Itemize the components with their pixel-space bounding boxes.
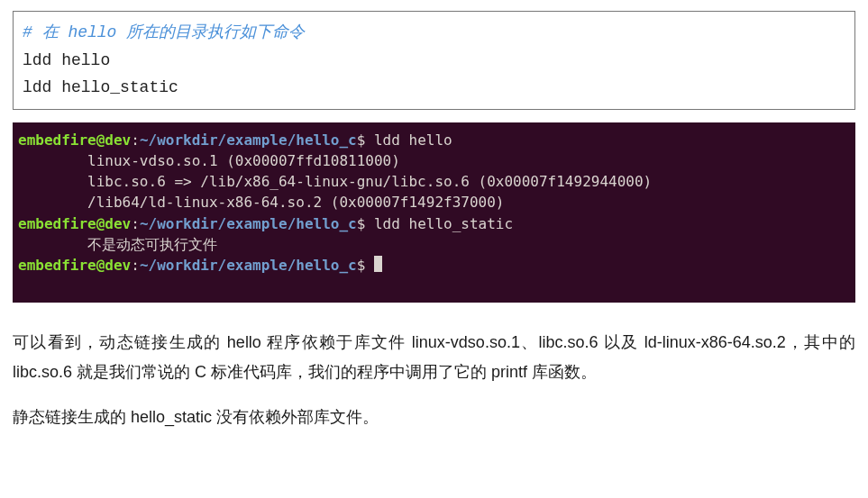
prompt-dollar: $ bbox=[357, 215, 366, 232]
prompt-path: ~/workdir/example/hello_c bbox=[140, 215, 357, 232]
prompt-dollar: $ bbox=[357, 257, 366, 274]
code-comment: # 在 hello 所在的目录执行如下命令 bbox=[23, 23, 305, 41]
prompt-colon: : bbox=[131, 257, 140, 274]
code-line-1: ldd hello bbox=[23, 51, 110, 69]
paragraph-2: 静态链接生成的 hello_static 没有依赖外部库文件。 bbox=[13, 403, 855, 432]
terminal-cmd-2: ldd hello_static bbox=[374, 215, 513, 232]
terminal-output: embedfire@dev:~/workdir/example/hello_c$… bbox=[13, 122, 855, 303]
prompt-path: ~/workdir/example/hello_c bbox=[140, 257, 357, 274]
terminal-out-1: linux-vdso.so.1 (0x00007ffd10811000) bbox=[18, 152, 400, 169]
terminal-out-2: libc.so.6 => /lib/x86_64-linux-gnu/libc.… bbox=[18, 173, 652, 190]
code-line-2: ldd hello_static bbox=[23, 78, 178, 96]
terminal-out-3: /lib64/ld-linux-x86-64.so.2 (0x00007f149… bbox=[18, 194, 504, 211]
prompt-user: embedfire@dev bbox=[18, 215, 131, 232]
terminal-cmd-1: ldd hello bbox=[374, 131, 452, 149]
cursor-icon bbox=[374, 256, 382, 272]
prompt-dollar: $ bbox=[357, 131, 366, 149]
command-box: # 在 hello 所在的目录执行如下命令 ldd hello ldd hell… bbox=[13, 11, 855, 110]
prompt-path: ~/workdir/example/hello_c bbox=[140, 131, 357, 149]
prompt-user: embedfire@dev bbox=[18, 257, 131, 274]
paragraph-1: 可以看到，动态链接生成的 hello 程序依赖于库文件 linux-vdso.s… bbox=[13, 328, 855, 388]
prompt-colon: : bbox=[131, 131, 140, 149]
terminal-out-4: 不是动态可执行文件 bbox=[18, 236, 217, 253]
prompt-user: embedfire@dev bbox=[18, 131, 131, 149]
prompt-colon: : bbox=[131, 215, 140, 232]
